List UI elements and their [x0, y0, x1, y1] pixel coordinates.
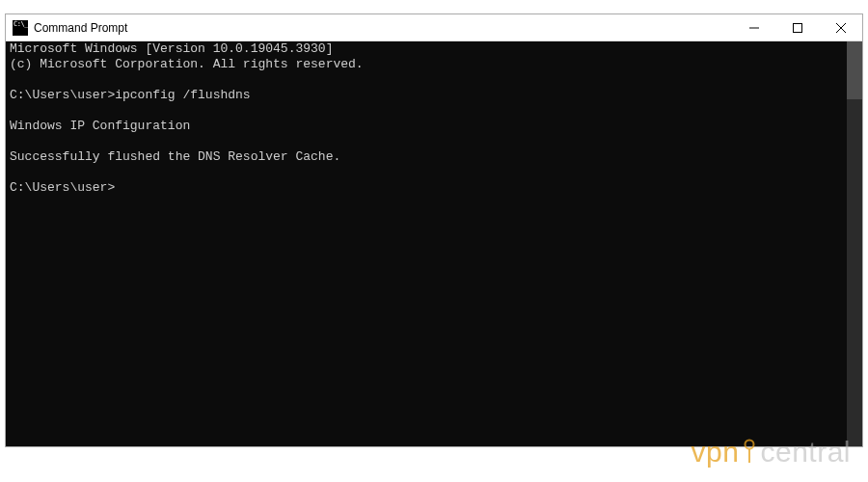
console-area: Microsoft Windows [Version 10.0.19045.39…	[6, 41, 862, 446]
maximize-icon	[793, 23, 802, 33]
close-button[interactable]	[819, 14, 862, 40]
close-icon	[836, 23, 846, 33]
minimize-icon	[749, 23, 759, 33]
window-controls	[732, 14, 862, 40]
cmd-icon	[13, 20, 28, 36]
window-title: Command Prompt	[34, 21, 732, 35]
minimize-button[interactable]	[732, 14, 775, 40]
svg-rect-1	[793, 23, 801, 32]
console-output[interactable]: Microsoft Windows [Version 10.0.19045.39…	[6, 41, 847, 446]
maximize-button[interactable]	[775, 14, 819, 40]
scrollbar[interactable]	[847, 41, 862, 446]
command-prompt-window: Command Prompt Microsoft Windows [Versio…	[5, 13, 863, 447]
titlebar[interactable]: Command Prompt	[6, 14, 862, 41]
scroll-thumb[interactable]	[847, 41, 862, 99]
